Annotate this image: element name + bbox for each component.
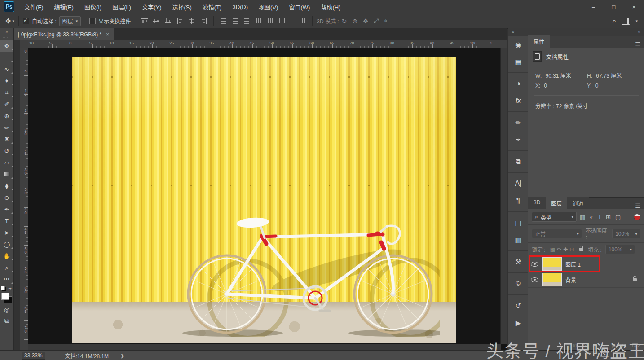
3d-drag-icon[interactable]: ✥	[363, 18, 368, 25]
color-panel-icon[interactable]: ◉	[508, 36, 528, 53]
close-icon[interactable]: ×	[106, 31, 109, 38]
path-selection-tool[interactable]: ➤	[0, 227, 13, 238]
menu-item[interactable]: 文件(F)	[19, 0, 49, 13]
current-tool-button[interactable]: ✥ ▾	[5, 17, 14, 25]
tool-presets-panel-icon[interactable]: ⚒	[508, 250, 528, 270]
collapse-panels-icon[interactable]: «	[512, 30, 515, 35]
expand-panels-icon[interactable]: »	[638, 30, 640, 35]
visibility-eye-icon[interactable]	[531, 262, 538, 267]
character-panel-icon[interactable]: A|	[508, 172, 528, 192]
distribute-vertical-centers-icon[interactable]	[232, 18, 239, 24]
align-left-edges-icon[interactable]	[176, 18, 184, 24]
maximize-button[interactable]: □	[604, 0, 624, 13]
menu-item[interactable]: 滤镜(T)	[197, 0, 227, 13]
zoom-level-field[interactable]: 33.33%	[22, 352, 45, 360]
3d-rotate-icon[interactable]: ↻	[342, 18, 347, 25]
layer-row-background[interactable]: 背景	[528, 272, 644, 288]
chevron-down-icon[interactable]: ▾	[635, 19, 638, 23]
actions-panel-icon[interactable]: ▶	[508, 314, 528, 331]
tab-channels[interactable]: 通道	[567, 197, 589, 209]
auto-select-dropdown[interactable]: 图层 ▾	[59, 16, 81, 26]
minimize-button[interactable]: –	[583, 0, 604, 13]
type-tool[interactable]: T	[0, 215, 13, 227]
distribute-right-edges-icon[interactable]	[278, 18, 286, 24]
paragraph-panel-icon[interactable]: ¶	[508, 192, 528, 209]
lock-all-icon[interactable]	[579, 248, 583, 251]
distribute-horizontal-centers-icon[interactable]	[267, 18, 274, 24]
toolbar-collapse-button[interactable]: »	[0, 28, 13, 35]
quick-mask-button[interactable]: ◎	[0, 304, 13, 315]
workspace-icon[interactable]	[622, 18, 630, 25]
lock-artboard-icon[interactable]: ⊡	[569, 246, 574, 253]
zoom-tool[interactable]: ⌕	[0, 262, 13, 273]
distribute-left-edges-icon[interactable]	[255, 18, 262, 24]
layer-row-layer1[interactable]: 图层 1	[528, 256, 644, 272]
menu-item[interactable]: 3D(D)	[227, 0, 253, 13]
blur-tool[interactable]: ⧫	[0, 180, 13, 192]
panel-menu-icon[interactable]: ☰	[631, 41, 644, 48]
paragraph-styles-panel-icon[interactable]: ▥	[508, 231, 528, 248]
filter-pixel-layers-icon[interactable]: ▦	[580, 214, 585, 220]
distribute-top-edges-icon[interactable]	[220, 18, 227, 24]
menu-item[interactable]: 文字(Y)	[137, 0, 167, 13]
close-button[interactable]: ×	[624, 0, 644, 13]
panel-menu-icon[interactable]: ☰	[631, 202, 644, 209]
ruler-origin-corner[interactable]	[20, 40, 28, 48]
foreground-color-swatch[interactable]	[1, 293, 9, 300]
menu-item[interactable]: 图像(I)	[79, 0, 107, 13]
lock-transparency-icon[interactable]: ▨	[550, 246, 555, 253]
document-tab[interactable]: j-0pjgxE1kc.jpg @ 33.3%(RGB/8) * ×	[13, 28, 114, 40]
tab-properties[interactable]: 属性	[528, 35, 550, 48]
gradient-tool[interactable]	[0, 168, 13, 180]
eraser-tool[interactable]: ▱	[0, 157, 13, 168]
show-transform-checkbox[interactable]	[89, 18, 96, 24]
lasso-tool[interactable]: ∿	[0, 63, 13, 75]
pen-tool[interactable]: ✒	[0, 203, 13, 215]
canvas-image[interactable]	[72, 57, 456, 343]
canvas-pasteboard[interactable]	[28, 48, 501, 344]
vertical-scrollbar[interactable]	[500, 48, 507, 344]
move-tool[interactable]: ✥	[0, 40, 13, 52]
menu-item[interactable]: 窗口(W)	[283, 0, 315, 13]
auto-select-checkbox[interactable]	[23, 18, 29, 24]
menu-item[interactable]: 帮助(H)	[315, 0, 346, 13]
vertical-ruler[interactable]: 0510152025303540455055606570	[20, 48, 28, 350]
align-top-edges-icon[interactable]	[141, 18, 149, 24]
dodge-tool[interactable]: ⊙	[0, 192, 13, 203]
3d-slide-icon[interactable]: ⤢	[374, 17, 379, 25]
default-colors-icon[interactable]	[2, 287, 6, 291]
adjustments-panel-icon[interactable]: ◑	[508, 72, 528, 92]
3d-roll-icon[interactable]: ⊚	[352, 18, 357, 25]
opacity-dropdown[interactable]: 100% ▾	[612, 229, 640, 238]
swatches-panel-icon[interactable]: ▦	[508, 53, 528, 70]
libraries-panel-icon[interactable]: ©	[508, 272, 528, 292]
eyedropper-tool[interactable]: ✐	[0, 98, 13, 110]
layer-name[interactable]: 图层 1	[565, 260, 581, 268]
fill-dropdown[interactable]: 100% ▾	[605, 245, 635, 254]
brush-settings-panel-icon[interactable]: ✏	[508, 111, 528, 131]
toolbar-more[interactable]: •••	[0, 273, 13, 285]
distribute-bottom-edges-icon[interactable]	[243, 18, 251, 24]
status-expand-icon[interactable]: ❯	[120, 353, 124, 358]
clone-stamp-tool[interactable]: ♜	[0, 133, 13, 145]
rectangular-marquee-tool[interactable]	[0, 52, 13, 63]
search-icon[interactable]: ⌕	[613, 17, 617, 25]
3d-scale-icon[interactable]: ⌖	[384, 17, 388, 25]
filter-shape-layers-icon[interactable]: ⊞	[606, 214, 611, 220]
layer-name[interactable]: 背景	[565, 276, 576, 284]
filter-type-layers-icon[interactable]: T	[598, 214, 601, 220]
align-horizontal-centers-icon[interactable]	[188, 18, 195, 24]
quick-selection-tool[interactable]: ✦	[0, 75, 13, 87]
menu-item[interactable]: 选择(S)	[167, 0, 197, 13]
brushes-panel-icon[interactable]: ✒	[508, 131, 528, 148]
ellipse-tool[interactable]: ◯	[0, 238, 13, 250]
layer-thumbnail[interactable]	[542, 273, 562, 286]
align-right-edges-icon[interactable]	[200, 18, 207, 24]
menu-item[interactable]: 编辑(E)	[49, 0, 79, 13]
character-styles-panel-icon[interactable]: ▤	[508, 211, 528, 231]
filter-adjustment-layers-icon[interactable]: ◐	[590, 214, 593, 220]
align-vertical-centers-icon[interactable]	[153, 18, 160, 24]
distribute-spacing-icon[interactable]	[299, 18, 306, 24]
styles-panel-icon[interactable]: fx	[508, 92, 528, 109]
lock-position-icon[interactable]: ✥	[563, 246, 568, 253]
